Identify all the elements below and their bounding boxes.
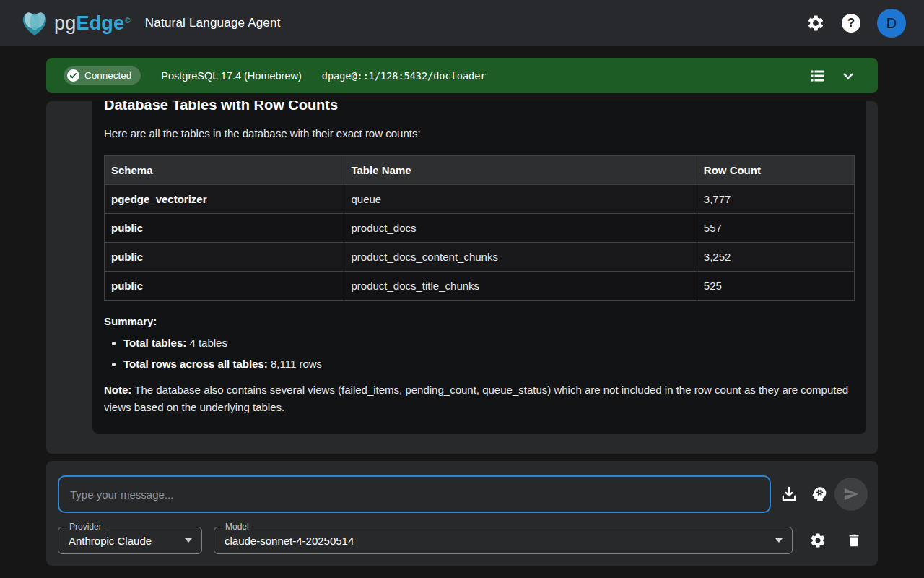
help-icon[interactable]: ?: [842, 14, 860, 33]
cell-table-name: product_docs_title_chunks: [344, 272, 697, 301]
connection-string: dpage@::1/128:5432/docloader: [322, 70, 487, 82]
model-label: Model: [222, 522, 253, 532]
settings-icon[interactable]: [806, 14, 825, 33]
message-input[interactable]: [58, 475, 771, 513]
page-title: Natural Language Agent: [145, 16, 281, 30]
cell-schema: pgedge_vectorizer: [105, 185, 344, 214]
table-row: public product_docs_title_chunks 525: [105, 272, 855, 301]
row-counts-table: Schema Table Name Row Count pgedge_vecto…: [104, 155, 855, 301]
model-select[interactable]: Model claude-sonnet-4-20250514: [214, 527, 793, 554]
cell-table-name: product_docs_content_chunks: [344, 243, 697, 272]
bullet-value: 8,111 rows: [268, 358, 322, 370]
cell-schema: public: [105, 272, 344, 301]
cell-row-count: 3,777: [697, 185, 854, 214]
avatar[interactable]: D: [877, 9, 906, 38]
cell-row-count: 3,252: [697, 243, 854, 272]
connection-bar: Connected PostgreSQL 17.4 (Homebrew) dpa…: [46, 58, 878, 93]
cell-schema: public: [105, 214, 344, 243]
status-badge: Connected: [64, 66, 141, 85]
table-row: pgedge_vectorizer queue 3,777: [105, 185, 855, 214]
dropdown-caret-icon: [185, 538, 192, 543]
note-paragraph: Note: The database also contains several…: [104, 381, 855, 416]
send-button[interactable]: [834, 478, 868, 511]
pgedge-logo: pg Edge ®: [18, 9, 131, 38]
app-header: pg Edge ® Natural Language Agent ? D: [0, 0, 924, 46]
table-row: public product_docs 557: [105, 214, 855, 243]
provider-select[interactable]: Provider Anthropic Claude: [58, 527, 202, 554]
dropdown-caret-icon: [775, 538, 783, 543]
summary-list: Total tables: 4 tables Total rows across…: [104, 337, 855, 370]
registered-mark: ®: [125, 17, 131, 25]
assistant-message: Database Tables with Row Counts Here are…: [92, 101, 866, 434]
check-icon: [67, 69, 79, 82]
composer-panel: Provider Anthropic Claude Model claude-s…: [46, 461, 878, 566]
column-header-table-name: Table Name: [344, 156, 697, 185]
model-settings-icon[interactable]: [806, 529, 829, 552]
provider-label: Provider: [66, 522, 105, 532]
server-name: PostgreSQL 17.4 (Homebrew): [161, 70, 302, 82]
cell-row-count: 525: [697, 272, 854, 301]
wordmark-edge: Edge: [76, 12, 124, 35]
bullet-label: Total rows across all tables:: [123, 358, 268, 370]
bullet-label: Total tables:: [123, 337, 186, 349]
cell-table-name: queue: [344, 185, 697, 214]
pgedge-logo-mark: [18, 9, 51, 38]
connection-details-icon[interactable]: [808, 67, 826, 85]
clear-chat-icon[interactable]: [842, 529, 866, 552]
cell-schema: public: [105, 243, 344, 272]
column-header-schema: Schema: [105, 156, 344, 185]
chevron-down-icon[interactable]: [840, 68, 856, 84]
chat-scroll-area[interactable]: Database Tables with Row Counts Here are…: [46, 101, 878, 454]
cell-table-name: product_docs: [344, 214, 697, 243]
connection-status-label: Connected: [84, 70, 131, 81]
pgedge-wordmark: pg Edge ®: [54, 12, 131, 35]
download-icon[interactable]: [777, 483, 801, 506]
note-text: The database also contains several views…: [104, 384, 848, 413]
bullet-value: 4 tables: [186, 337, 227, 349]
message-intro: Here are all the tables in the database …: [104, 127, 855, 139]
table-row: public product_docs_content_chunks 3,252: [105, 243, 855, 272]
cell-row-count: 557: [697, 214, 854, 243]
list-item: Total tables: 4 tables: [123, 337, 855, 349]
model-value: claude-sonnet-4-20250514: [214, 535, 354, 547]
summary-heading: Summary:: [104, 315, 855, 327]
column-header-row-count: Row Count: [697, 156, 854, 185]
provider-value: Anthropic Claude: [58, 535, 152, 547]
header-actions: ? D: [806, 9, 906, 38]
list-item: Total rows across all tables: 8,111 rows: [123, 358, 855, 370]
wordmark-pg: pg: [54, 12, 76, 35]
psychology-icon[interactable]: [808, 483, 831, 506]
message-heading: Database Tables with Row Counts: [104, 101, 855, 114]
note-label: Note:: [104, 384, 131, 396]
connection-actions: [808, 67, 860, 85]
table-header-row: Schema Table Name Row Count: [105, 156, 855, 185]
help-glyph: ?: [842, 14, 860, 33]
